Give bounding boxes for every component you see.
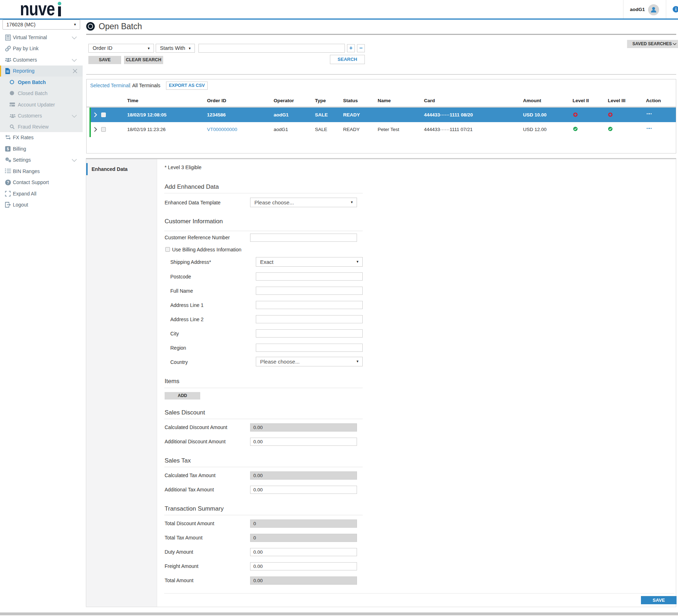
- svg-text:?: ?: [7, 180, 9, 185]
- svg-text:$: $: [7, 147, 9, 151]
